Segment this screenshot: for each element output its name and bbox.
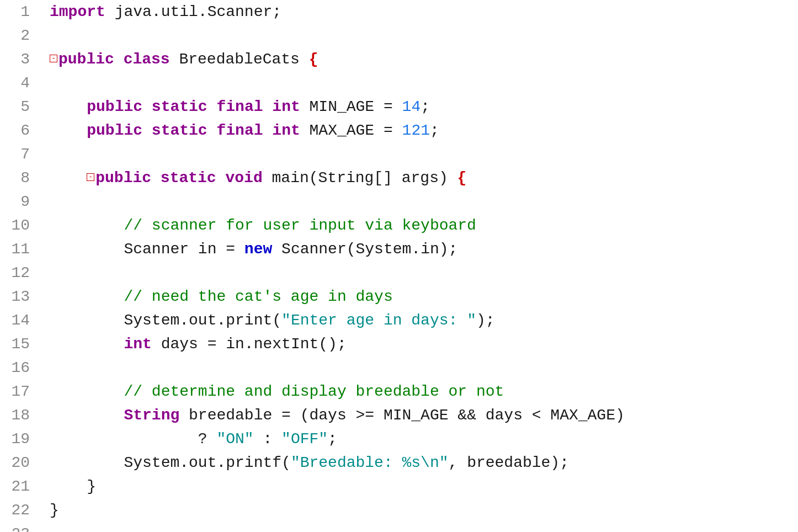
token-comment: // determine and display breedable or no… xyxy=(124,383,504,400)
code-line xyxy=(50,71,787,95)
token-kw-int: int xyxy=(272,98,300,115)
line-number: 9 xyxy=(11,190,30,214)
code-line: int days = in.nextInt(); xyxy=(50,332,787,356)
code-line: public static final int MIN_AGE = 14; xyxy=(50,95,787,119)
token-brace-red: { xyxy=(309,51,318,68)
token-normal xyxy=(263,122,273,139)
token-normal xyxy=(208,98,217,115)
token-string-lit: "Breedable: %s\n" xyxy=(291,454,449,471)
token-normal: System.out.printf( xyxy=(50,454,291,471)
token-normal xyxy=(50,288,124,305)
token-string-lit: "ON" xyxy=(216,430,253,448)
token-normal xyxy=(263,98,273,115)
code-line: -public class BreedableCats { xyxy=(50,47,787,71)
token-kw-new: new xyxy=(244,241,272,258)
token-kw-string: String xyxy=(124,407,179,424)
token-normal: main(String[] args) xyxy=(263,169,457,187)
line-number: 7 xyxy=(11,142,30,166)
token-kw-int: int xyxy=(124,336,151,353)
token-kw-final: final xyxy=(217,98,263,115)
token-normal: System.out.print( xyxy=(50,312,281,329)
token-kw-static: static xyxy=(152,98,208,115)
token-normal: days = in.nextInt(); xyxy=(152,336,347,353)
token-normal: ; xyxy=(328,430,337,448)
token-normal: } xyxy=(87,478,96,495)
token-normal: MIN_AGE = xyxy=(300,98,402,115)
token-normal xyxy=(50,383,124,400)
token-kw-int: int xyxy=(272,122,300,139)
line-number: 10 xyxy=(11,214,30,237)
token-normal xyxy=(114,51,124,68)
token-kw-public: public xyxy=(87,122,142,139)
code-line: Scanner in = new Scanner(System.in); xyxy=(50,237,787,261)
line-number: 2 xyxy=(11,24,30,47)
fold-icon[interactable]: - xyxy=(87,173,94,181)
line-number: 19 xyxy=(11,427,30,451)
token-normal: MAX_AGE = xyxy=(300,122,402,139)
token-kw-public: public xyxy=(87,98,142,115)
token-normal xyxy=(50,336,124,353)
token-string-lit: "Enter age in days: " xyxy=(281,312,476,329)
line-number: 11 xyxy=(11,237,30,261)
token-kw-public: public xyxy=(95,169,151,187)
code-line xyxy=(50,356,787,380)
code-line xyxy=(50,24,787,47)
token-normal xyxy=(50,217,124,234)
line-number: 20 xyxy=(11,451,30,475)
line-number: 4 xyxy=(11,71,30,95)
line-number: 14 xyxy=(11,308,30,332)
line-number: 6 xyxy=(11,119,30,142)
code-line: } xyxy=(50,475,787,498)
token-normal xyxy=(142,122,152,139)
code-line: ? "ON" : "OFF"; xyxy=(50,427,787,451)
code-line xyxy=(50,261,787,285)
token-normal: ? xyxy=(50,430,216,448)
code-line xyxy=(50,190,787,214)
token-brace-red: { xyxy=(457,169,467,187)
token-normal xyxy=(216,169,226,187)
line-number: 12 xyxy=(11,261,30,285)
line-number: 13 xyxy=(11,285,30,308)
line-number: 23 xyxy=(11,522,30,532)
token-normal xyxy=(151,169,161,187)
code-editor: 1234567891011121314151617181920212223 im… xyxy=(0,0,798,532)
token-normal xyxy=(50,478,87,495)
token-normal xyxy=(50,169,87,187)
token-normal: ; xyxy=(430,122,439,139)
line-number: 16 xyxy=(11,356,30,380)
line-number: 18 xyxy=(11,403,30,427)
line-number: 5 xyxy=(11,95,30,119)
line-number: 3 xyxy=(11,47,30,71)
line-number: 22 xyxy=(11,498,30,522)
code-content[interactable]: import java.util.Scanner; -public class … xyxy=(39,0,798,532)
token-number: 14 xyxy=(402,98,421,115)
code-line xyxy=(50,522,787,532)
line-number: 17 xyxy=(11,380,30,403)
code-line: // determine and display breedable or no… xyxy=(50,380,787,403)
token-normal: Scanner(System.in); xyxy=(272,241,457,258)
code-line: } xyxy=(50,498,787,522)
token-normal xyxy=(208,122,217,139)
token-normal xyxy=(50,98,87,115)
token-normal: ); xyxy=(476,312,495,329)
token-comment: // scanner for user input via keyboard xyxy=(124,217,476,234)
token-kw-void: void xyxy=(226,169,263,187)
token-normal: , breedable); xyxy=(449,454,569,471)
code-line: public static final int MAX_AGE = 121; xyxy=(50,119,787,142)
token-normal xyxy=(142,98,152,115)
code-line: // scanner for user input via keyboard xyxy=(50,214,787,237)
token-normal: ; xyxy=(421,98,430,115)
code-line: -public static void main(String[] args) … xyxy=(50,166,787,190)
token-number: 121 xyxy=(402,122,430,139)
code-line: System.out.printf("Breedable: %s\n", bre… xyxy=(50,451,787,475)
line-number: 15 xyxy=(11,332,30,356)
token-normal xyxy=(50,122,87,139)
fold-icon[interactable]: - xyxy=(50,55,57,62)
line-number: 21 xyxy=(11,475,30,498)
code-line: // need the cat's age in days xyxy=(50,285,787,308)
token-string-lit: "OFF" xyxy=(281,430,328,448)
token-comment: // need the cat's age in days xyxy=(124,288,392,305)
token-kw-class: class xyxy=(124,51,170,68)
code-line: String breedable = (days >= MIN_AGE && d… xyxy=(50,403,787,427)
token-kw-import: import xyxy=(50,3,105,20)
